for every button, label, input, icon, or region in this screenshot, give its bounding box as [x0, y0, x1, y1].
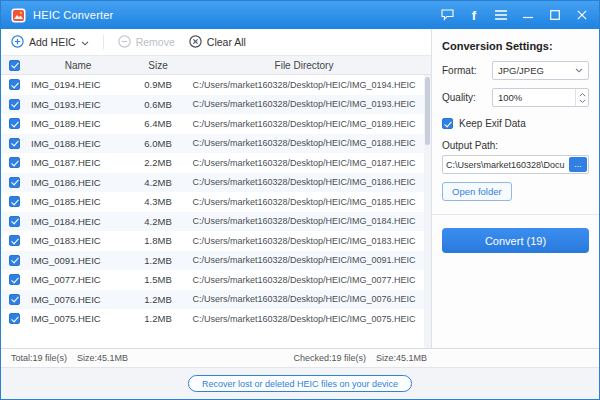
keep-exif-label: Keep Exif Data	[459, 118, 526, 129]
file-name: IMG_0194.HEIC	[27, 79, 129, 90]
file-size: 0.9MB	[129, 79, 187, 90]
format-label: Format:	[442, 65, 488, 76]
output-path-label: Output Path:	[442, 140, 589, 151]
browse-button[interactable]: ...	[569, 157, 587, 172]
quality-stepper[interactable]	[575, 89, 588, 106]
file-size: 1.2MB	[129, 255, 187, 266]
status-checked: Checked:19 file(s) Size:45.1MB	[293, 353, 427, 363]
conversion-settings-panel: Conversion Settings: Format: JPG/JPEG Qu…	[431, 29, 599, 348]
row-checkbox[interactable]	[9, 99, 20, 110]
select-all-checkbox[interactable]	[9, 60, 20, 71]
quality-row: Quality: 100%	[442, 88, 589, 107]
table-row[interactable]: IMG_0187.HEIC 2.2MB C:/Users/market16032…	[1, 153, 431, 173]
format-row: Format: JPG/JPEG	[442, 61, 589, 80]
row-checkbox[interactable]	[9, 138, 20, 149]
status-bar: Total:19 file(s) Size:45.1MB Checked:19 …	[1, 348, 599, 367]
row-checkbox[interactable]	[9, 235, 20, 246]
keep-exif-checkbox[interactable]: Keep Exif Data	[442, 118, 589, 129]
file-name: IMG_0076.HEIC	[27, 294, 129, 305]
file-name: IMG_0077.HEIC	[27, 274, 129, 285]
row-checkbox[interactable]	[9, 255, 20, 266]
table-row[interactable]: IMG_0184.HEIC 4.2MB C:/Users/market16032…	[1, 212, 431, 232]
settings-divider	[432, 214, 599, 215]
format-select[interactable]: JPG/JPEG	[492, 61, 589, 80]
quality-input[interactable]: 100%	[492, 88, 589, 107]
file-name: IMG_0184.HEIC	[27, 216, 129, 227]
file-directory: C:/Users/market160328/Desktop/HEIC/IMG_0…	[187, 275, 431, 285]
chevron-down-icon[interactable]	[81, 36, 89, 48]
file-directory: C:/Users/market160328/Desktop/HEIC/IMG_0…	[187, 255, 431, 265]
checked-size-text: Size:45.1MB	[376, 353, 427, 363]
file-directory: C:/Users/market160328/Desktop/HEIC/IMG_0…	[187, 138, 431, 148]
output-path-input[interactable]: C:\Users\market160328\Docu ...	[442, 155, 589, 174]
table-row[interactable]: IMG_0076.HEIC 1.2MB C:/Users/market16032…	[1, 290, 431, 310]
row-checkbox[interactable]	[9, 294, 20, 305]
total-files-text: Total:19 file(s)	[11, 353, 67, 363]
open-folder-button[interactable]: Open folder	[442, 182, 512, 201]
row-checkbox[interactable]	[9, 196, 20, 207]
add-heic-button[interactable]: Add HEIC	[11, 35, 89, 50]
file-size: 1.5MB	[129, 274, 187, 285]
file-name: IMG_0186.HEIC	[27, 177, 129, 188]
row-checkbox[interactable]	[9, 79, 20, 90]
table-row[interactable]: IMG_0193.HEIC 0.6MB C:/Users/market16032…	[1, 95, 431, 115]
exif-checkbox-box[interactable]	[442, 118, 453, 129]
table-row[interactable]: IMG_0186.HEIC 4.2MB C:/Users/market16032…	[1, 173, 431, 193]
file-directory: C:/Users/market160328/Desktop/HEIC/IMG_0…	[187, 158, 431, 168]
file-size: 4.3MB	[129, 196, 187, 207]
clear-all-button[interactable]: Clear All	[189, 35, 246, 50]
toolbar-separator	[103, 35, 104, 49]
minimize-button[interactable]	[521, 8, 535, 22]
table-header: Name Size File Directory	[1, 55, 431, 75]
file-size: 4.2MB	[129, 177, 187, 188]
table-row[interactable]: IMG_0091.HEIC 1.2MB C:/Users/market16032…	[1, 251, 431, 271]
column-header-size: Size	[129, 60, 187, 71]
table-row[interactable]: IMG_0183.HEIC 1.8MB C:/Users/market16032…	[1, 231, 431, 251]
table-row[interactable]: IMG_0185.HEIC 4.3MB C:/Users/market16032…	[1, 192, 431, 212]
checked-files-text: Checked:19 file(s)	[293, 353, 366, 363]
convert-button[interactable]: Convert (19)	[442, 228, 589, 253]
file-name: IMG_0075.HEIC	[27, 313, 129, 324]
file-size: 0.6MB	[129, 99, 187, 110]
remove-label: Remove	[136, 36, 175, 48]
add-heic-label: Add HEIC	[29, 36, 76, 48]
file-name: IMG_0188.HEIC	[27, 138, 129, 149]
column-header-name: Name	[27, 60, 129, 71]
file-directory: C:/Users/market160328/Desktop/HEIC/IMG_0…	[187, 80, 431, 90]
remove-button[interactable]: Remove	[118, 35, 175, 50]
file-directory: C:/Users/market160328/Desktop/HEIC/IMG_0…	[187, 294, 431, 304]
row-checkbox[interactable]	[9, 216, 20, 227]
scrollbar-thumb[interactable]	[425, 77, 430, 145]
recover-button[interactable]: Recover lost or deleted HEIC files on yo…	[188, 375, 412, 392]
file-directory: C:/Users/market160328/Desktop/HEIC/IMG_0…	[187, 216, 431, 226]
window-title: HEIC Converter	[33, 9, 113, 21]
table-row[interactable]: IMG_0189.HEIC 6.4MB C:/Users/market16032…	[1, 114, 431, 134]
menu-icon[interactable]	[494, 8, 508, 22]
file-size: 6.4MB	[129, 118, 187, 129]
table-row[interactable]: IMG_0194.HEIC 0.9MB C:/Users/market16032…	[1, 75, 431, 95]
titlebar: HEIC Converter f	[1, 1, 599, 29]
row-checkbox[interactable]	[9, 313, 20, 324]
file-directory: C:/Users/market160328/Desktop/HEIC/IMG_0…	[187, 119, 431, 129]
column-header-directory: File Directory	[187, 60, 431, 71]
clear-all-label: Clear All	[207, 36, 246, 48]
table-row[interactable]: IMG_0188.HEIC 6.0MB C:/Users/market16032…	[1, 134, 431, 154]
file-list: IMG_0194.HEIC 0.9MB C:/Users/market16032…	[1, 75, 431, 348]
row-checkbox[interactable]	[9, 274, 20, 285]
file-name: IMG_0193.HEIC	[27, 99, 129, 110]
table-row[interactable]: IMG_0077.HEIC 1.5MB C:/Users/market16032…	[1, 270, 431, 290]
row-checkbox[interactable]	[9, 177, 20, 188]
file-table: Name Size File Directory IMG_0194.HEIC 0…	[1, 55, 431, 348]
chevron-down-icon	[570, 68, 588, 73]
maximize-button[interactable]	[548, 8, 562, 22]
row-checkbox[interactable]	[9, 157, 20, 168]
row-checkbox[interactable]	[9, 118, 20, 129]
add-circle-icon	[11, 35, 24, 50]
facebook-icon[interactable]: f	[467, 8, 481, 22]
close-button[interactable]	[575, 8, 589, 22]
format-value: JPG/JPEG	[498, 65, 544, 76]
table-scrollbar[interactable]	[424, 75, 431, 348]
table-row[interactable]: IMG_0075.HEIC 1.2MB C:/Users/market16032…	[1, 309, 431, 329]
feedback-icon[interactable]	[440, 8, 454, 22]
file-size: 1.2MB	[129, 294, 187, 305]
